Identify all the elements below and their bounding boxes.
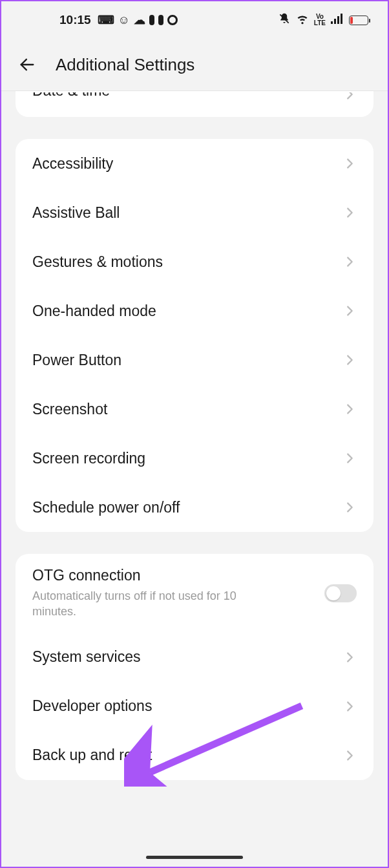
row-label: One-handed mode bbox=[32, 302, 342, 320]
title-bar: Additional Settings bbox=[1, 39, 388, 90]
row-developer-options[interactable]: Developer options bbox=[16, 682, 373, 731]
row-screenshot[interactable]: Screenshot bbox=[16, 385, 373, 434]
row-accessibility[interactable]: Accessibility bbox=[16, 139, 373, 188]
row-label: Gestures & motions bbox=[32, 253, 342, 271]
row-label: Assistive Ball bbox=[32, 204, 342, 222]
chevron-right-icon bbox=[342, 255, 357, 269]
chevron-right-icon bbox=[342, 500, 357, 514]
chevron-right-icon bbox=[342, 451, 357, 465]
chevron-right-icon bbox=[342, 699, 357, 714]
otg-toggle[interactable] bbox=[324, 584, 357, 602]
volte-icon: VoLTE bbox=[314, 14, 326, 26]
settings-group-datetime: Date & time bbox=[16, 91, 373, 117]
svg-rect-3 bbox=[337, 16, 339, 24]
mute-icon bbox=[278, 12, 291, 28]
pill-icon-2 bbox=[158, 15, 163, 25]
row-label: System services bbox=[32, 648, 342, 666]
status-bar: 10:15 ⌨ ☺ ☁ VoLTE bbox=[1, 1, 388, 39]
row-schedule-power[interactable]: Schedule power on/off bbox=[16, 483, 373, 532]
status-time: 10:15 bbox=[59, 13, 91, 27]
antenna-icon: ☺ bbox=[118, 14, 130, 27]
row-date-time[interactable]: Date & time bbox=[16, 92, 373, 117]
row-label: Screen recording bbox=[32, 450, 342, 467]
settings-scroll[interactable]: Date & time Accessibility Assistive Ball… bbox=[1, 90, 388, 867]
row-power-button[interactable]: Power Button bbox=[16, 335, 373, 385]
circle-icon bbox=[167, 15, 178, 25]
battery-low-icon bbox=[349, 16, 368, 25]
row-system-services[interactable]: System services bbox=[16, 633, 373, 682]
pill-icon bbox=[149, 15, 154, 25]
row-label: OTG connection bbox=[32, 567, 324, 584]
cloud-icon: ☁ bbox=[134, 13, 145, 27]
chevron-right-icon bbox=[342, 304, 357, 318]
row-backup-reset[interactable]: Back up and reset bbox=[16, 731, 373, 780]
chevron-right-icon bbox=[342, 206, 357, 220]
settings-group-system: OTG connection Automatically turns off i… bbox=[16, 554, 373, 780]
chevron-right-icon bbox=[342, 650, 357, 664]
chevron-right-icon bbox=[342, 353, 357, 367]
svg-rect-4 bbox=[341, 14, 342, 24]
signal-icon bbox=[331, 14, 344, 27]
chevron-right-icon bbox=[342, 156, 357, 171]
row-otg-connection[interactable]: OTG connection Automatically turns off i… bbox=[16, 554, 373, 633]
keyboard-icon: ⌨ bbox=[98, 13, 114, 27]
status-left-icons: ⌨ ☺ ☁ bbox=[98, 13, 178, 27]
row-label: Accessibility bbox=[32, 155, 342, 173]
svg-rect-2 bbox=[334, 19, 336, 24]
row-sublabel: Automatically turns off if not used for … bbox=[32, 588, 278, 620]
row-label: Developer options bbox=[32, 697, 342, 715]
home-indicator[interactable] bbox=[146, 856, 243, 859]
settings-group-accessibility: Accessibility Assistive Ball Gestures & … bbox=[16, 139, 373, 532]
svg-rect-1 bbox=[331, 21, 333, 24]
row-label: Date & time bbox=[32, 92, 342, 100]
chevron-right-icon bbox=[342, 92, 357, 101]
chevron-right-icon bbox=[342, 402, 357, 416]
row-label: Screenshot bbox=[32, 401, 342, 418]
row-one-handed-mode[interactable]: One-handed mode bbox=[16, 286, 373, 335]
back-button[interactable] bbox=[17, 54, 37, 75]
row-label: Schedule power on/off bbox=[32, 499, 342, 516]
row-label: Back up and reset bbox=[32, 746, 342, 764]
row-assistive-ball[interactable]: Assistive Ball bbox=[16, 188, 373, 237]
row-gestures-motions[interactable]: Gestures & motions bbox=[16, 237, 373, 286]
chevron-right-icon bbox=[342, 748, 357, 763]
wifi-icon bbox=[296, 12, 309, 28]
page-title: Additional Settings bbox=[56, 55, 194, 75]
row-screen-recording[interactable]: Screen recording bbox=[16, 434, 373, 483]
row-label: Power Button bbox=[32, 352, 342, 369]
